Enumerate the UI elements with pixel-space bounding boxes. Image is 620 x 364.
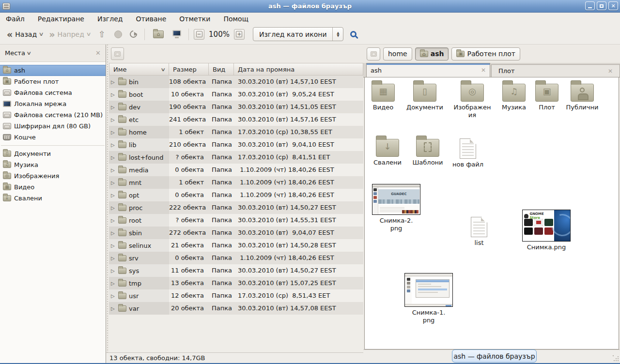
folder-item-documents[interactable]: ▯ Документи — [406, 80, 443, 111]
folder-item-public[interactable]: Публични — [564, 80, 601, 111]
expander-icon[interactable]: ▷ — [111, 218, 116, 223]
sidebar-header-select[interactable]: Места — [5, 49, 25, 57]
file-item-new-file[interactable]: нов файл — [450, 136, 486, 168]
taskbar-window-button[interactable]: ash — файлов браузър — [452, 349, 537, 363]
expander-icon[interactable]: ▷ — [111, 243, 116, 248]
reload-icon[interactable] — [128, 29, 139, 39]
table-row[interactable]: ▷ proc 222 обекта Папка 30.03.2010 (вт) … — [109, 201, 363, 214]
menu-bookmarks[interactable]: Отметки — [179, 15, 210, 23]
table-row[interactable]: ▷ bin 108 обекта Папка 30.03.2010 (вт) 1… — [109, 76, 363, 88]
expander-icon[interactable]: ▷ — [111, 167, 116, 173]
folder-item-downloads[interactable]: ↓ Свалени — [369, 136, 406, 167]
expander-icon[interactable]: ▷ — [111, 92, 116, 97]
back-dropdown-icon[interactable]: ∨ — [38, 31, 44, 37]
expander-icon[interactable]: ▷ — [111, 268, 116, 273]
column-header-name[interactable]: Име ∨ — [109, 63, 169, 76]
zoom-in-button[interactable]: + — [234, 29, 245, 40]
table-row[interactable]: ▷ tmp 13 обекта Папка 30.03.2010 (вт) 15… — [109, 277, 363, 289]
table-row[interactable]: ▷ var 20 обекта Папка 30.03.2010 (вт) 14… — [109, 302, 363, 315]
menu-view[interactable]: Изглед — [97, 15, 123, 23]
tab-close-icon[interactable]: ✕ — [481, 67, 486, 74]
table-row[interactable]: ▷ boot 10 обекта Папка 30.03.2010 (вт) 9… — [109, 88, 363, 101]
folder-item-images[interactable]: ◎ Изображен ия — [450, 80, 495, 119]
sidebar-place-item[interactable]: ⌂ ash — [0, 65, 106, 76]
forward-button[interactable]: » Напред ∨ — [46, 29, 93, 40]
file-item-list[interactable]: list — [461, 215, 497, 247]
close-button[interactable]: ✕ — [608, 1, 618, 10]
column-header-type[interactable]: Вид — [209, 63, 234, 76]
breadcrumb-desktop-button[interactable]: ▣ Работен плот — [451, 47, 520, 61]
folder-item-music[interactable]: ♫ Музика — [496, 80, 532, 111]
sidebar-place-item[interactable]: ▯ Документи — [0, 148, 106, 159]
table-row[interactable]: ▷ opt 0 обекта Папка 1.10.2009 (чт) 18,4… — [109, 189, 363, 201]
sidebar-place-item[interactable]: Шифриран дял (80 GB) — [0, 121, 106, 132]
expander-icon[interactable]: ▷ — [111, 105, 116, 110]
sidebar-close-icon[interactable]: ✕ — [95, 49, 101, 57]
search-icon[interactable] — [350, 31, 356, 37]
expander-icon[interactable]: ▷ — [111, 180, 116, 185]
tab-plot[interactable]: Плот ✕ — [491, 64, 620, 77]
sidebar-place-item[interactable]: Файлова система — [0, 87, 106, 98]
expander-icon[interactable]: ▷ — [111, 142, 116, 148]
table-row[interactable]: ▷ home 1 обект Папка 17.03.2010 (ср) 10,… — [109, 126, 363, 138]
table-row[interactable]: ▷ sbin 272 обекта Папка 30.03.2010 (вт) … — [109, 227, 363, 239]
table-row[interactable]: ▷ lib 210 обекта Папка 30.03.2010 (вт) 9… — [109, 138, 363, 151]
expander-icon[interactable]: ▷ — [111, 205, 116, 211]
table-row[interactable]: ▷ sys 11 обекта Папка 30.03.2010 (вт) 14… — [109, 264, 363, 277]
maximize-button[interactable] — [597, 1, 606, 10]
expander-icon[interactable]: ▷ — [111, 155, 116, 160]
tab-close-icon[interactable]: ✕ — [608, 68, 613, 75]
up-icon[interactable]: ⇧ — [98, 29, 106, 39]
table-row[interactable]: ▷ srv 0 обекта Папка 1.10.2009 (чт) 18,4… — [109, 252, 363, 264]
chevron-down-icon[interactable]: ∨ — [26, 50, 31, 56]
breadcrumb-home-button[interactable]: home — [383, 47, 412, 61]
expander-icon[interactable]: ▷ — [111, 193, 116, 198]
menu-go[interactable]: Отиване — [136, 15, 166, 23]
breadcrumb-root-button[interactable] — [367, 47, 380, 61]
table-row[interactable]: ▷ selinux 21 обекта Папка 30.03.2010 (вт… — [109, 239, 363, 252]
folder-item-video[interactable]: ▦ Видео — [365, 80, 402, 111]
sidebar-place-item[interactable]: Кошче — [0, 132, 106, 143]
file-item-snimka[interactable]: GNOME Store Снимка.png — [521, 210, 572, 251]
column-header-date[interactable]: Дата на промяна — [234, 63, 363, 76]
breadcrumb-ash-button[interactable]: ⌂ ash — [415, 47, 449, 61]
expander-icon[interactable]: ▷ — [111, 79, 116, 85]
sidebar-place-item[interactable]: Локална мрежа — [0, 98, 106, 109]
table-row[interactable]: ▷ mnt 1 обект Папка 1.10.2009 (чт) 18,40… — [109, 176, 363, 189]
folder-item-desktop[interactable]: ▣ Плот — [528, 80, 565, 111]
file-item-snimka2[interactable]: GUADEC Снимка-2. png — [372, 184, 421, 232]
back-button[interactable]: « Назад ∨ — [4, 29, 46, 40]
zoom-out-button[interactable]: − — [194, 29, 204, 40]
folder-item-templates[interactable]: Шаблони — [409, 136, 446, 167]
table-row[interactable]: ▷ dev 190 обекта Папка 30.03.2010 (вт) 1… — [109, 101, 363, 113]
table-row[interactable]: ▷ etc 241 обекта Папка 30.03.2010 (вт) 1… — [109, 113, 363, 126]
menu-edit[interactable]: Редактиране — [38, 15, 84, 23]
menu-help[interactable]: Помощ — [223, 15, 248, 23]
expander-icon[interactable]: ▷ — [111, 256, 116, 261]
sidebar-place-item[interactable]: ▦ Видео — [0, 182, 106, 193]
sidebar-place-item[interactable]: ↓ Свалени — [0, 193, 106, 204]
table-row[interactable]: ▷ lost+found ? обекта Папка 17.03.2010 (… — [109, 151, 363, 164]
sidebar-place-item[interactable]: Файлова система (210 MB) — [0, 109, 106, 121]
table-row[interactable]: ▷ media 0 обекта Папка 1.10.2009 (чт) 18… — [109, 164, 363, 176]
computer-icon[interactable] — [172, 30, 181, 36]
expander-icon[interactable]: ▷ — [111, 117, 116, 122]
sidebar-place-item[interactable]: ♫ Музика — [0, 159, 106, 170]
view-mode-select[interactable]: Изглед като икони ▲▼ — [253, 27, 344, 41]
root-location-button[interactable] — [111, 47, 124, 60]
file-item-snimka1[interactable]: Снимка-1. png — [404, 273, 453, 324]
expander-icon[interactable]: ▷ — [111, 281, 116, 286]
resize-grip[interactable] — [613, 355, 619, 361]
menu-file[interactable]: Файл — [6, 15, 25, 23]
table-row[interactable]: ▷ usr 12 обекта Папка 17.03.2010 (ср) 8,… — [109, 289, 363, 302]
column-header-size[interactable]: Размер — [169, 63, 209, 76]
expander-icon[interactable]: ▷ — [111, 230, 116, 236]
sidebar-place-item[interactable]: ▣ Работен плот — [0, 76, 106, 87]
sidebar-place-item[interactable]: ◎ Изображения — [0, 170, 106, 182]
expander-icon[interactable]: ▷ — [111, 306, 116, 311]
spinner-icon[interactable]: ▲▼ — [332, 28, 343, 41]
expander-icon[interactable]: ▷ — [111, 130, 116, 135]
minimize-button[interactable] — [585, 1, 595, 10]
home-folder-icon[interactable]: ⌂ — [153, 30, 164, 38]
tab-ash[interactable]: ash ✕ — [366, 63, 490, 77]
